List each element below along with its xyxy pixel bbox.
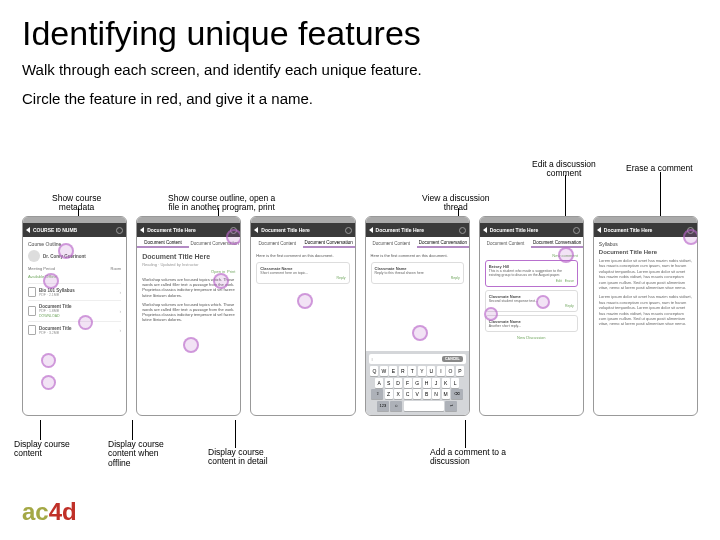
back-icon <box>140 227 144 233</box>
annotation-edit-comment: Edit a discussion comment <box>532 160 596 179</box>
avatar <box>28 250 40 262</box>
meeting-label: Meeting Period <box>28 266 55 271</box>
annotation-show-outline: Show course outline, open a file in anot… <box>168 194 275 213</box>
tab-content: Document Content <box>366 240 418 247</box>
annotation-view-thread: View a discussion thread <box>422 194 489 213</box>
edit-comment-box: Betsey Hill This is a student who made a… <box>485 260 578 287</box>
menu-icon <box>459 227 466 234</box>
menu-icon <box>687 227 694 234</box>
header-title: COURSE ID NUMB <box>33 227 77 233</box>
back-icon <box>254 227 258 233</box>
slide-subtitle-2: Circle the feature in red, and give it a… <box>0 86 720 111</box>
header-title: Document Title Here <box>147 227 196 233</box>
room-label: Room <box>111 266 122 271</box>
erase-action: Erase <box>565 279 574 283</box>
annotation-display-content: Display course content <box>14 440 70 459</box>
annotation-show-metadata: Show course metadata <box>52 194 101 213</box>
doc-title: Document Title Here <box>599 249 692 255</box>
thread-item: Classmate Name Second student response t… <box>485 290 578 312</box>
available-offline: Available Offline <box>28 274 121 279</box>
phone-edit-comment: Document Title Here Document Content Doc… <box>479 216 584 416</box>
doc-text: Workshop volumes are focused topics whic… <box>142 302 235 323</box>
menu-icon <box>345 227 352 234</box>
file-row: Document Title PDF · 3.2MB › <box>28 321 121 338</box>
doc-title: Document Title Here <box>142 253 235 260</box>
menu-icon <box>230 227 237 234</box>
doc-text: Workshop volumes are focused topics whic… <box>142 277 235 298</box>
annotation-add-comment: Add a comment to a discussion <box>430 448 506 467</box>
doc-subtitle: Syllabus <box>599 241 692 247</box>
section-title: Course Outline <box>28 241 121 247</box>
long-text: Lorem ipsum dolor sit amet has mazim nob… <box>599 294 692 326</box>
menu-icon <box>573 227 580 234</box>
reply-link: Reply <box>375 276 460 280</box>
menu-icon <box>116 227 123 234</box>
file-icon <box>28 306 36 316</box>
back-icon <box>483 227 487 233</box>
back-icon <box>597 227 601 233</box>
thread-item: Classmate Name Reply to this thread show… <box>371 262 464 284</box>
reply-link: Reply <box>489 304 574 308</box>
file-icon <box>28 325 36 335</box>
open-in-action: Open in <box>211 269 225 274</box>
thread-item: Classmate Name Another short reply... <box>485 315 578 332</box>
discussion-text: Here is the first comment on this docume… <box>256 253 349 258</box>
header-title: Document Title Here <box>376 227 425 233</box>
back-icon <box>26 227 30 233</box>
file-row: Document Title PDF · 1.8MB DOWNLOAD › <box>28 300 121 321</box>
phone-discussion-list: Document Title Here Document Content Doc… <box>250 216 355 416</box>
instructor-name: Dr. Corey Guerinont <box>43 254 86 259</box>
reply-link: Reply <box>260 276 345 280</box>
annotation-display-offline: Display course content when offline <box>108 440 164 468</box>
keyboard: I CANCEL QWERTYUIOP ASDFGHJKL ⇧ZXCVBNM⌫ … <box>366 351 469 415</box>
cancel-button: CANCEL <box>442 356 463 362</box>
tab-conversation: Document Conversation <box>417 239 469 248</box>
comment-text: This is a student who made a suggestion … <box>489 269 574 277</box>
file-icon <box>28 287 36 297</box>
file-row: Bio 101 Syllabus PDF · 2.1MB › <box>28 283 121 300</box>
header-title: Document Title Here <box>604 227 653 233</box>
phone-erase-comment: Document Title Here Syllabus Document Ti… <box>593 216 698 416</box>
print-action: Print <box>227 269 235 274</box>
slide-subtitle-1: Walk through each screen, and identify e… <box>0 57 720 82</box>
thread-item: Classmate Name Short comment here on top… <box>256 262 349 284</box>
phone-row: COURSE ID NUMB Course Outline Dr. Corey … <box>22 216 698 416</box>
tab-conversation: Document Conversation <box>189 240 241 247</box>
header-title: Document Title Here <box>490 227 539 233</box>
tab-conversation: Document Conversation <box>531 239 583 248</box>
edit-action: Edit <box>556 279 562 283</box>
logo: ac4d <box>22 498 77 526</box>
logo-4d: 4d <box>49 498 77 525</box>
phone-course-outline: COURSE ID NUMB Course Outline Dr. Corey … <box>22 216 127 416</box>
long-text: Lorem ipsum dolor sit amet has mazim nob… <box>599 258 692 290</box>
slide-title: Identifying unique features <box>0 0 720 57</box>
tab-content: Document Content <box>480 240 532 247</box>
back-icon <box>369 227 373 233</box>
annotation-display-detail: Display course content in detail <box>208 448 268 467</box>
download-link: DOWNLOAD <box>39 314 117 318</box>
phone-document-detail: Document Title Here Document Content Doc… <box>136 216 241 416</box>
tab-content: Document Content <box>251 240 303 247</box>
tab-content: Document Content <box>137 239 189 248</box>
header-title: Document Title Here <box>261 227 310 233</box>
discussion-text: Here is the first comment on this docume… <box>371 253 464 258</box>
logo-ac: ac <box>22 498 49 525</box>
tab-conversation: Document Conversation <box>303 239 355 248</box>
phone-add-comment: Document Title Here Document Content Doc… <box>365 216 470 416</box>
